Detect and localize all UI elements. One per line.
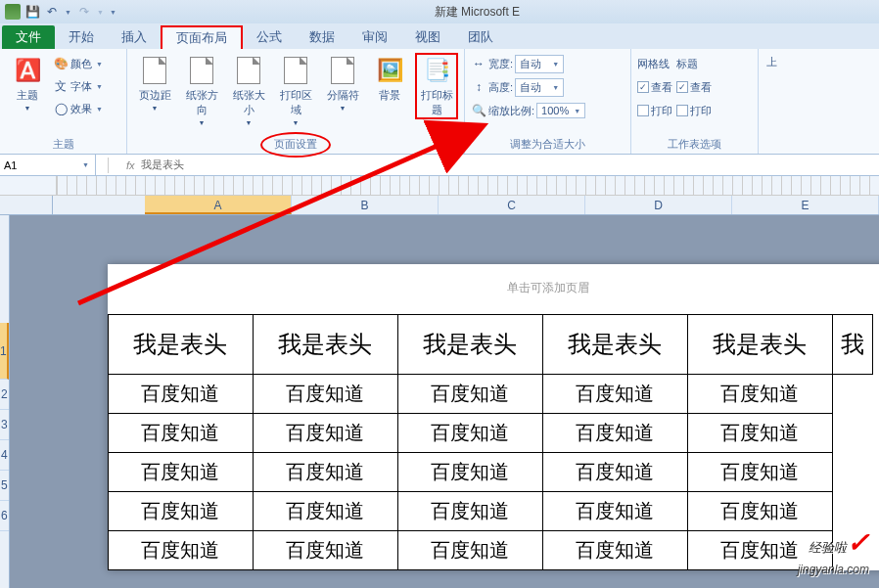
headings-print-checkbox[interactable]: 打印: [676, 100, 712, 121]
data-cell[interactable]: 百度知道: [108, 531, 253, 570]
height-label: 高度:: [488, 80, 513, 95]
data-cell[interactable]: 百度知道: [397, 492, 542, 531]
undo-icon[interactable]: ↶: [43, 3, 61, 21]
select-all-corner[interactable]: [0, 196, 53, 214]
data-cell[interactable]: 百度知道: [687, 453, 832, 492]
row-header-1[interactable]: 1: [0, 323, 9, 380]
orientation-button[interactable]: 纸张方向▼: [180, 53, 223, 128]
orientation-icon: [186, 55, 217, 86]
headings-view-checkbox[interactable]: ✓查看: [676, 76, 712, 98]
tab-data[interactable]: 数据: [296, 25, 348, 49]
undo-dropdown-icon[interactable]: ▼: [63, 9, 73, 16]
data-cell[interactable]: 百度知道: [108, 453, 253, 492]
row-header-6[interactable]: 6: [0, 501, 9, 531]
theme-fonts-button[interactable]: 文字体▼: [53, 75, 105, 97]
breaks-label: 分隔符: [327, 88, 359, 103]
col-header-b[interactable]: B: [292, 196, 439, 214]
tab-home[interactable]: 开始: [55, 25, 108, 49]
tab-page-layout[interactable]: 页面布局: [161, 25, 243, 49]
bring-forward-button[interactable]: 上: [764, 53, 779, 71]
height-combo[interactable]: 自动▼: [515, 78, 564, 97]
data-cell[interactable]: 百度知道: [253, 414, 397, 453]
data-cell[interactable]: 百度知道: [253, 531, 397, 570]
width-label: 宽度:: [488, 57, 513, 71]
header-cell[interactable]: 我是表头: [542, 315, 687, 375]
tab-insert[interactable]: 插入: [108, 25, 161, 49]
file-tab[interactable]: 文件: [2, 25, 55, 49]
data-cell[interactable]: 百度知道: [397, 375, 542, 414]
col-header-a[interactable]: A: [145, 196, 292, 214]
tab-team[interactable]: 团队: [454, 25, 507, 49]
page-layout-view: 单击可添加页眉 我是表头我是表头我是表头我是表头我是表头我百度知道百度知道百度知…: [10, 215, 879, 588]
qat-customize-icon[interactable]: ▼: [108, 9, 118, 16]
checkbox-checked-icon: ✓: [637, 81, 649, 93]
theme-colors-button[interactable]: 🎨颜色▼: [53, 53, 105, 74]
data-cell[interactable]: 百度知道: [253, 375, 397, 414]
data-cell[interactable]: 百度知道: [108, 492, 253, 531]
save-icon[interactable]: 💾: [23, 3, 41, 21]
data-cell[interactable]: 百度知道: [687, 375, 832, 414]
data-cell[interactable]: 百度知道: [687, 492, 832, 531]
tab-review[interactable]: 审阅: [348, 25, 401, 49]
scale-combo[interactable]: 100%▼: [536, 103, 585, 118]
header-cell[interactable]: 我是表头: [253, 315, 397, 375]
header-cell[interactable]: 我是表头: [397, 315, 542, 375]
headings-heading: 标题: [676, 53, 712, 74]
data-table[interactable]: 我是表头我是表头我是表头我是表头我是表头我百度知道百度知道百度知道百度知道百度知…: [108, 314, 873, 570]
row-header-4[interactable]: 4: [0, 440, 9, 471]
data-cell[interactable]: 百度知道: [253, 492, 397, 531]
print-area-icon: [280, 55, 311, 86]
row-header-2[interactable]: 2: [0, 380, 9, 410]
data-cell[interactable]: 百度知道: [108, 375, 253, 414]
page: 单击可添加页眉 我是表头我是表头我是表头我是表头我是表头我百度知道百度知道百度知…: [108, 264, 879, 570]
row-header-3[interactable]: 3: [0, 410, 9, 440]
margins-button[interactable]: 页边距▼: [133, 53, 176, 113]
ribbon: 🅰️ 主题 ▼ 🎨颜色▼ 文字体▼ ◯效果▼ 主题 页边距▼ 纸张方向▼ 纸张大…: [0, 49, 879, 155]
data-cell[interactable]: 百度知道: [542, 531, 687, 570]
data-cell[interactable]: 百度知道: [397, 414, 542, 453]
data-cell[interactable]: 百度知道: [542, 375, 687, 414]
group-page-setup: 页边距▼ 纸张方向▼ 纸张大小▼ 打印区域▼ 分隔符▼ 🖼️背景 📑打印标题 页…: [127, 49, 465, 154]
col-header-d[interactable]: D: [585, 196, 732, 214]
data-cell[interactable]: 百度知道: [397, 531, 542, 570]
data-cell[interactable]: 百度知道: [542, 492, 687, 531]
data-cell[interactable]: 百度知道: [253, 453, 397, 492]
header-cell[interactable]: 我是表头: [687, 315, 832, 375]
data-cell[interactable]: 百度知道: [687, 414, 832, 453]
headings-view-label: 查看: [690, 80, 712, 95]
col-header-c[interactable]: C: [439, 196, 585, 214]
header-cell[interactable]: 我: [832, 315, 872, 375]
gridlines-view-checkbox[interactable]: ✓查看: [637, 76, 672, 98]
ruler: [0, 176, 879, 196]
redo-icon[interactable]: ↷: [75, 3, 93, 21]
theme-effects-button[interactable]: ◯效果▼: [53, 98, 105, 119]
header-cell[interactable]: 我是表头: [108, 315, 253, 375]
data-cell[interactable]: 百度知道: [542, 414, 687, 453]
col-header-e[interactable]: E: [732, 196, 879, 214]
name-box[interactable]: A1▼: [0, 155, 96, 175]
watermark-brand: 经验啦: [809, 540, 847, 555]
print-titles-button[interactable]: 📑打印标题: [415, 53, 458, 119]
width-combo[interactable]: 自动▼: [515, 55, 564, 73]
formula-content[interactable]: 我是表头: [141, 158, 184, 172]
window-title: 新建 Microsoft E: [118, 4, 875, 21]
group-scale-label: 调整为合适大小: [471, 135, 625, 154]
row-header-5[interactable]: 5: [0, 471, 9, 501]
gridlines-print-checkbox[interactable]: 打印: [637, 100, 672, 121]
tab-view[interactable]: 视图: [401, 25, 454, 49]
gridlines-heading: 网格线: [637, 53, 672, 74]
fx-icon[interactable]: fx: [126, 159, 135, 171]
background-button[interactable]: 🖼️背景: [368, 53, 411, 105]
ribbon-tabs: 文件 开始 插入 页面布局 公式 数据 审阅 视图 团队: [0, 23, 879, 49]
margins-icon: [139, 55, 170, 86]
data-cell[interactable]: 百度知道: [108, 414, 253, 453]
themes-button[interactable]: 🅰️ 主题 ▼: [6, 53, 49, 113]
data-cell[interactable]: 百度知道: [397, 453, 542, 492]
print-area-button[interactable]: 打印区域▼: [274, 53, 317, 128]
redo-dropdown-icon[interactable]: ▼: [95, 9, 106, 16]
data-cell[interactable]: 百度知道: [542, 453, 687, 492]
breaks-button[interactable]: 分隔符▼: [321, 53, 364, 113]
header-placeholder[interactable]: 单击可添加页眉: [108, 264, 879, 314]
size-button[interactable]: 纸张大小▼: [227, 53, 270, 128]
tab-formulas[interactable]: 公式: [243, 25, 296, 49]
